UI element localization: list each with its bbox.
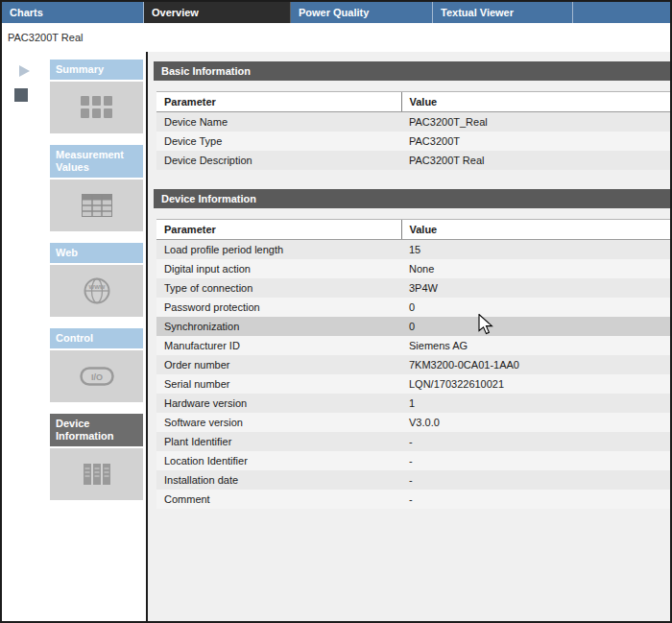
value-cell: - bbox=[401, 490, 670, 509]
column-header-value: Value bbox=[401, 220, 670, 240]
section-basic-information: Basic Information Parameter Value Device… bbox=[154, 61, 670, 170]
control-io-icon: I/O bbox=[50, 350, 143, 402]
mouse-cursor-icon bbox=[478, 314, 495, 337]
table-row[interactable]: Type of connection3P4W bbox=[156, 278, 670, 298]
basic-information-table: Parameter Value Device NamePAC3200T_Real… bbox=[156, 91, 670, 170]
table-row[interactable]: Order number7KM3200-0CA01-1AA0 bbox=[156, 355, 670, 374]
table-row[interactable]: Software versionV3.0.0 bbox=[156, 413, 670, 432]
param-cell: Plant Identifier bbox=[156, 432, 401, 451]
sidebar-item-label[interactable]: Device Information bbox=[50, 414, 143, 446]
measurement-table-icon bbox=[50, 180, 143, 231]
column-header-parameter: Parameter bbox=[156, 92, 401, 112]
param-cell: Serial number bbox=[156, 374, 401, 394]
param-cell: Installation date bbox=[156, 470, 401, 490]
param-cell: Password protection bbox=[156, 298, 401, 317]
tab-overview[interactable]: Overview bbox=[144, 2, 291, 23]
svg-text:I/O: I/O bbox=[90, 372, 102, 382]
param-cell: Device Description bbox=[156, 151, 401, 170]
value-cell: 3P4W bbox=[401, 278, 670, 298]
column-header-parameter: Parameter bbox=[156, 220, 401, 240]
play-icon[interactable] bbox=[19, 65, 30, 77]
value-cell: 1 bbox=[401, 394, 670, 413]
table-row[interactable]: Device TypePAC3200T bbox=[156, 132, 670, 151]
value-cell: 0 bbox=[401, 317, 670, 336]
value-cell: 7KM3200-0CA01-1AA0 bbox=[401, 355, 670, 374]
table-header-row: Parameter Value bbox=[156, 92, 670, 112]
value-cell: V3.0.0 bbox=[401, 413, 670, 432]
table-row-highlighted[interactable]: Synchronization0 bbox=[156, 317, 670, 336]
param-cell: Synchronization bbox=[156, 317, 401, 336]
value-cell: - bbox=[401, 432, 670, 451]
table-header-row: Parameter Value bbox=[156, 220, 670, 240]
table-row[interactable]: Device NamePAC3200T_Real bbox=[156, 112, 670, 132]
sidebar-item-device-information[interactable]: Device Information bbox=[50, 414, 143, 500]
table-row[interactable]: Password protection0 bbox=[156, 298, 670, 317]
value-cell: - bbox=[401, 451, 670, 470]
sidebar-item-summary[interactable]: Summary bbox=[50, 60, 143, 133]
table-row[interactable]: Plant Identifier- bbox=[156, 432, 670, 451]
param-cell: Manufacturer ID bbox=[156, 336, 401, 355]
tab-bar-filler bbox=[573, 2, 670, 23]
value-cell: 15 bbox=[401, 240, 670, 260]
param-cell: Load profile period length bbox=[156, 240, 401, 260]
table-row[interactable]: Load profile period length15 bbox=[156, 240, 670, 260]
device-info-book-icon bbox=[50, 448, 143, 500]
tab-power-quality[interactable]: Power Quality bbox=[291, 2, 433, 23]
param-cell: Device Type bbox=[156, 132, 401, 151]
sidebar-item-web[interactable]: Web WWW bbox=[50, 243, 143, 317]
sidebar-item-label[interactable]: Measurement Values bbox=[50, 145, 143, 178]
value-cell: 0 bbox=[401, 298, 670, 317]
table-row[interactable]: Device DescriptionPAC3200T Real bbox=[156, 151, 670, 170]
table-row[interactable]: Serial numberLQN/170322610021 bbox=[156, 374, 670, 394]
summary-grid-icon bbox=[50, 82, 143, 133]
tab-charts[interactable]: Charts bbox=[2, 2, 144, 23]
device-title: PAC3200T Real bbox=[2, 23, 670, 52]
svg-text:WWW: WWW bbox=[88, 284, 105, 290]
column-header-value: Value bbox=[401, 92, 670, 112]
value-cell: LQN/170322610021 bbox=[401, 374, 670, 394]
param-cell: Order number bbox=[156, 355, 401, 374]
sidebar: Summary Measurement Values bbox=[48, 52, 148, 621]
device-information-table: Parameter Value Load profile period leng… bbox=[156, 219, 670, 509]
param-cell: Type of connection bbox=[156, 278, 401, 298]
sidebar-item-measurement-values[interactable]: Measurement Values bbox=[50, 145, 143, 231]
table-row[interactable]: Comment- bbox=[156, 490, 670, 509]
value-cell: PAC3200T_Real bbox=[401, 112, 670, 132]
table-row[interactable]: Installation date- bbox=[156, 470, 670, 490]
table-row[interactable]: Hardware version1 bbox=[156, 394, 670, 413]
sidebar-item-label[interactable]: Summary bbox=[50, 60, 143, 80]
value-cell: - bbox=[401, 470, 670, 490]
value-cell: None bbox=[401, 259, 670, 278]
section-title: Device Information bbox=[154, 189, 670, 208]
table-row[interactable]: Location Identifier- bbox=[156, 451, 670, 470]
sidebar-item-control[interactable]: Control I/O bbox=[50, 328, 143, 402]
stop-icon[interactable] bbox=[14, 88, 28, 102]
main-panel: Basic Information Parameter Value Device… bbox=[148, 52, 670, 621]
content-body: Summary Measurement Values bbox=[2, 52, 670, 621]
section-device-information: Device Information Parameter Value Load … bbox=[154, 189, 670, 509]
value-cell: PAC3200T bbox=[401, 132, 670, 151]
web-globe-icon: WWW bbox=[50, 265, 143, 317]
sidebar-item-label[interactable]: Web bbox=[50, 243, 143, 263]
tab-bar: Charts Overview Power Quality Textual Vi… bbox=[2, 2, 670, 23]
param-cell: Comment bbox=[156, 490, 401, 509]
sidebar-item-label[interactable]: Control bbox=[50, 328, 143, 348]
section-title: Basic Information bbox=[154, 61, 670, 81]
left-toolbar bbox=[2, 52, 48, 621]
value-cell: Siemens AG bbox=[401, 336, 670, 355]
param-cell: Digital input action bbox=[156, 259, 401, 278]
value-cell: PAC3200T Real bbox=[401, 151, 670, 170]
table-row[interactable]: Manufacturer IDSiemens AG bbox=[156, 336, 670, 355]
app-window: Charts Overview Power Quality Textual Vi… bbox=[0, 0, 672, 623]
param-cell: Location Identifier bbox=[156, 451, 401, 470]
tab-textual-viewer[interactable]: Textual Viewer bbox=[433, 2, 573, 23]
param-cell: Software version bbox=[156, 413, 401, 432]
table-row[interactable]: Digital input actionNone bbox=[156, 259, 670, 278]
param-cell: Device Name bbox=[156, 112, 401, 132]
param-cell: Hardware version bbox=[156, 394, 401, 413]
